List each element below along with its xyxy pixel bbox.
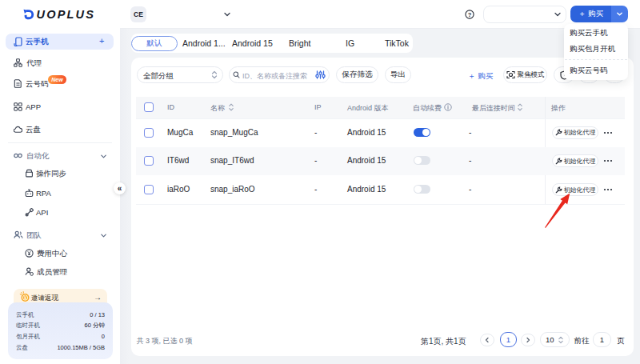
svg-text:UOPLUS: UOPLUS [37,9,96,20]
svg-text:¥: ¥ [24,295,27,301]
svg-text:?: ? [468,11,472,18]
